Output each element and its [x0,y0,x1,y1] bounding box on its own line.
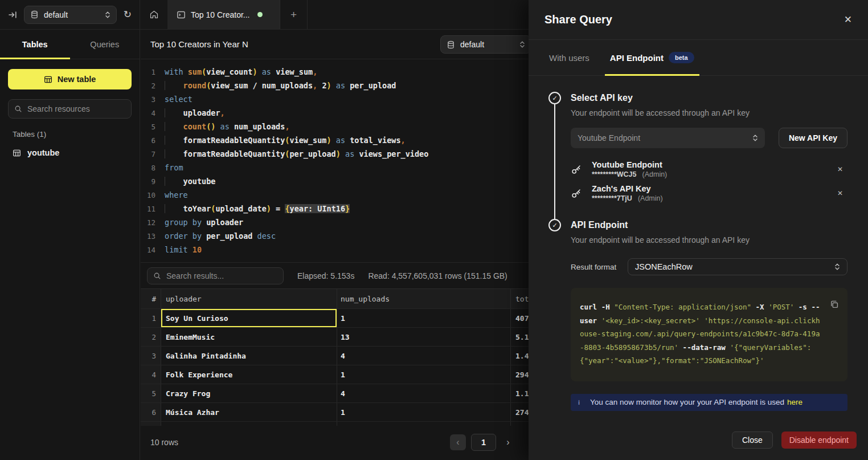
new-api-key-button[interactable]: New API Key [779,128,847,148]
code-token: youtube [183,177,216,186]
search-icon [14,105,22,113]
tab-queries[interactable]: Queries [70,30,140,59]
code-token: total_views [345,136,401,145]
tab-api-endpoint[interactable]: API Endpoint beta [610,40,694,75]
info-icon: i [578,399,580,406]
api-key-select[interactable]: Youtube Endpoint [571,128,765,148]
tab-api-endpoint-label: API Endpoint [610,53,664,63]
database-selector[interactable]: default [24,6,117,24]
line-number: 12 [141,218,155,227]
code-token: , [313,67,317,76]
line-number: 11 [141,205,155,213]
row-number[interactable]: 1 [141,309,161,327]
editor-database-selector[interactable]: default [440,35,531,54]
status-dot [257,12,263,17]
api-key-name: Zach's API Key [592,184,663,193]
column-header-num[interactable]: # [141,289,161,308]
api-key-texts: Youtube Endpoint *********WCJ5 (Admin) [592,160,667,178]
code-token: select [165,95,193,104]
step-content: API Endpoint Your endpoint will be acces… [566,219,847,425]
code-token: ) [327,136,331,145]
code-token [165,81,183,90]
code-text: formatReadableQuantity(view_sum) as tota… [165,136,406,145]
line-number: 7 [141,150,155,158]
cell-num-uploads[interactable]: 1 [337,403,511,421]
banner-text: You can now monitor how your your API en… [590,398,784,406]
row-number[interactable]: 6 [141,403,161,421]
page-title: Top 10 Creators in Year N [150,39,248,49]
remove-key-icon[interactable]: ✕ [837,189,843,197]
cell-num-uploads[interactable]: 1 [337,365,511,384]
cell-num-uploads[interactable]: 13 [337,328,511,346]
search-icon [153,272,161,280]
new-table-button[interactable]: New table [8,69,132,89]
banner-here-link[interactable]: here [787,398,803,406]
code-token: as [262,67,271,76]
check-icon: ✓ [548,92,561,104]
cell-uploader[interactable]: Música Azhar [161,403,337,421]
row-number[interactable]: 3 [141,347,161,365]
code-token: limit [165,245,193,254]
row-number[interactable]: 5 [141,384,161,402]
tab-tables[interactable]: Tables [0,30,70,59]
next-page-button[interactable]: › [501,434,515,450]
code-text: toYear(upload_date) = {year: UInt16} [165,204,350,213]
code-token: desc [257,231,276,241]
resource-search-input[interactable] [27,104,125,113]
column-header-num-uploads[interactable]: num_uploads [337,289,511,308]
result-format-select[interactable]: JSONEachRow [628,258,847,275]
cell-uploader[interactable]: Galinha Pintadinha [161,347,337,365]
cell-uploader[interactable]: EminemMusic [161,328,337,346]
code-text: uploader, [165,108,225,117]
cell-num-uploads[interactable]: 4 [337,347,511,365]
line-number: 1 [141,68,155,76]
current-page[interactable]: 1 [471,434,496,451]
code-token: per_upload [345,81,396,90]
cell-uploader[interactable]: Folk Experience [161,365,337,384]
collapse-sidebar-icon[interactable] [8,10,17,19]
api-key-role: (Admin) [642,170,668,178]
disable-endpoint-button[interactable]: Disable endpoint [781,431,857,449]
column-header-uploader[interactable]: uploader [161,289,337,308]
code-token [331,81,336,90]
remove-key-icon[interactable]: ✕ [837,165,843,173]
code-token: with [165,67,188,76]
check-icon: ✓ [548,219,561,231]
curl-token: -X [751,303,768,311]
row-count: 10 rows [150,438,178,447]
database-icon [447,40,455,49]
code-token: view_sum [271,67,313,76]
code-token [165,204,183,213]
results-search [147,267,284,284]
new-tab-button[interactable]: + [280,0,308,29]
results-search-input[interactable] [166,271,277,280]
cell-num-uploads[interactable]: 4 [337,384,511,402]
api-key-details: *********WCJ5 (Admin) [592,170,667,178]
sidebar-body: New table Tables (1) youtube [0,59,140,170]
line-number: 10 [141,191,155,200]
cell-uploader[interactable]: Crazy Frog [161,384,337,402]
home-icon[interactable] [140,0,167,29]
code-token: uploader [202,218,243,227]
sidebar-item-youtube[interactable]: youtube [8,145,132,160]
close-icon[interactable]: ✕ [844,14,852,26]
code-token: view_sum [289,136,326,145]
copy-icon[interactable] [830,300,839,309]
selected-cell[interactable]: Soy Un Curioso [161,309,337,327]
code-token: ) [267,204,271,213]
previous-page-button[interactable]: ‹ [450,434,466,450]
sidebar: Tables Queries New table Tables (1) [0,30,140,460]
tab-with-users[interactable]: With users [549,40,589,75]
api-key-masked: *********7TjU [592,194,632,202]
row-number[interactable]: 4 [141,365,161,384]
line-number: 14 [141,246,155,254]
result-format-label: Result format [571,263,621,271]
share-panel-header: Share Query ✕ [529,0,868,40]
refresh-icon[interactable]: ↻ [124,9,132,21]
code-token: view_sum / num_uploads [211,81,313,90]
close-button[interactable]: Close [732,431,773,449]
row-number[interactable]: 2 [141,328,161,346]
cell-num-uploads[interactable]: 1 [337,309,511,327]
sidebar-tabs: Tables Queries [0,30,140,59]
query-tab[interactable]: Top 10 Creator... [167,0,280,29]
